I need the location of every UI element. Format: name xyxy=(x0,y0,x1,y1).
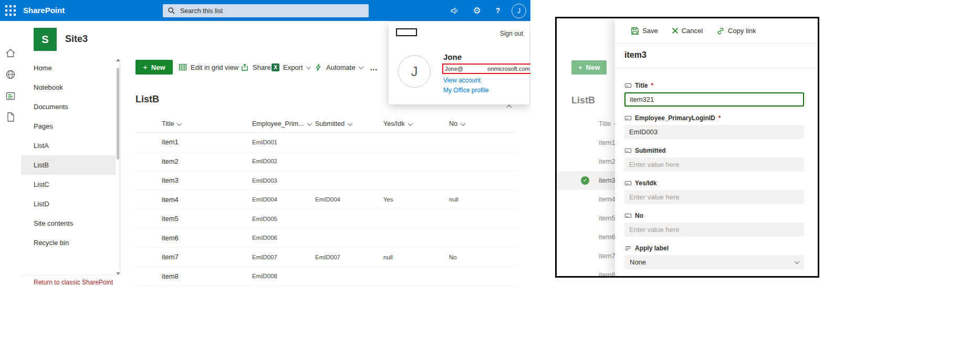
cell-title[interactable]: item5 xyxy=(135,215,252,223)
search-icon xyxy=(168,7,175,15)
field-label: No xyxy=(635,212,643,219)
account-avatar[interactable]: J xyxy=(512,4,526,18)
office-profile-link[interactable]: My Office profile xyxy=(443,87,488,94)
cell-employee: EmID006 xyxy=(252,235,315,241)
globe-icon[interactable] xyxy=(5,69,16,80)
grid-icon xyxy=(179,63,187,71)
new-button-label: New xyxy=(586,64,600,71)
email-suffix: onmicrosoft.com xyxy=(487,66,530,72)
search-input[interactable] xyxy=(179,7,349,15)
plus-icon: + xyxy=(578,64,582,71)
table-row[interactable]: item8 EmID008 xyxy=(135,267,517,287)
account-flyout: Sign out J Jone Jone@ onmicrosoft.com Vi… xyxy=(389,22,529,104)
sidebar-item-listb[interactable]: ListB xyxy=(21,155,116,175)
column-header-no[interactable]: No xyxy=(449,120,517,128)
text-field-icon xyxy=(624,212,632,219)
share-button[interactable]: Share xyxy=(241,60,271,75)
cell-title[interactable]: item4 xyxy=(135,196,252,204)
cell-title[interactable]: item2 xyxy=(135,157,252,165)
cell-submitted: EmID007 xyxy=(315,254,383,260)
cell-submitted: EmID004 xyxy=(315,196,383,203)
cell-title[interactable]: item8 xyxy=(135,272,252,280)
copy-link-button[interactable]: Copy link xyxy=(716,27,756,35)
sidebar-item-listd[interactable]: ListD xyxy=(21,194,116,214)
required-asterisk: * xyxy=(651,82,653,89)
view-account-link[interactable]: View account xyxy=(443,77,481,84)
app-launcher-waffle-icon[interactable] xyxy=(5,5,16,16)
table-row[interactable]: item3 EmID003 xyxy=(135,171,517,191)
field-no: No xyxy=(624,211,804,237)
save-button[interactable]: Save xyxy=(631,27,658,35)
sidebar-item-documents[interactable]: Documents xyxy=(21,97,116,117)
site-title[interactable]: Site3 xyxy=(65,34,88,45)
column-header-employee[interactable]: Employee_Prim... xyxy=(252,120,315,128)
automate-icon xyxy=(315,64,322,71)
column-header-submitted[interactable]: Submitted xyxy=(315,120,383,128)
chevron-down-icon xyxy=(408,121,413,126)
document-icon[interactable] xyxy=(5,111,16,123)
field-label: Apply label xyxy=(635,245,669,252)
sidebar-item-site-contents[interactable]: Site contents xyxy=(21,214,116,233)
site-logo[interactable]: S xyxy=(34,28,57,51)
sidebar-item-notebook[interactable]: Notebook xyxy=(21,78,116,97)
cell-employee: EmID001 xyxy=(252,139,315,145)
search-box[interactable] xyxy=(163,4,369,17)
sidebar-item-listc[interactable]: ListC xyxy=(21,175,116,194)
cancel-button[interactable]: Cancel xyxy=(672,27,703,35)
cell-no: No xyxy=(449,254,517,260)
screenshot-canvas: SharePoint ⚙ ? J xyxy=(0,0,980,349)
more-options-button[interactable]: … xyxy=(370,60,378,75)
help-icon[interactable]: ? xyxy=(492,4,504,17)
home-icon[interactable] xyxy=(5,47,16,59)
table-row[interactable]: item5 EmID005 xyxy=(135,209,517,229)
sign-out-link[interactable]: Sign out xyxy=(500,30,523,37)
email-redaction-box xyxy=(463,66,487,72)
lists-icon[interactable] xyxy=(5,90,16,102)
share-icon xyxy=(241,63,249,71)
cell-title[interactable]: item3 xyxy=(135,176,252,184)
list-title: ListB xyxy=(571,95,595,106)
new-button-dimmed[interactable]: + New xyxy=(571,60,607,75)
cell-title[interactable]: item6 xyxy=(135,234,252,242)
table-row[interactable]: item7 EmID007 EmID007 null No xyxy=(135,248,517,267)
submitted-input[interactable] xyxy=(624,157,804,172)
field-apply-label: Apply label None xyxy=(624,244,804,269)
employee-input[interactable] xyxy=(624,125,804,139)
table-row[interactable]: item4 EmID004 EmID004 Yes null xyxy=(135,191,517,210)
field-label: Submitted xyxy=(635,147,666,154)
column-header-title[interactable]: Title xyxy=(162,120,252,128)
column-header-yesidk[interactable]: Yes/Idk xyxy=(383,120,449,128)
automate-label: Automate xyxy=(326,64,356,71)
sidebar-item-lista[interactable]: ListA xyxy=(21,136,116,155)
automate-button[interactable]: Automate xyxy=(315,60,363,75)
apply-label-dropdown[interactable]: None xyxy=(624,255,804,269)
panel-command-bar: Save Cancel Copy link xyxy=(615,18,818,44)
nav-scrollbar[interactable] xyxy=(116,58,121,276)
chevron-down-icon xyxy=(306,64,311,69)
gear-icon[interactable]: ⚙ xyxy=(471,4,483,17)
return-classic-link[interactable]: Return to classic SharePoint xyxy=(34,279,113,286)
megaphone-icon[interactable] xyxy=(449,4,461,17)
scroll-up-arrow-icon[interactable] xyxy=(116,59,120,61)
table-row[interactable]: item2 EmID002 xyxy=(135,152,517,172)
yesidk-input[interactable] xyxy=(624,190,804,204)
close-icon xyxy=(672,27,679,34)
no-input[interactable] xyxy=(624,223,804,237)
text-field-icon xyxy=(624,82,632,89)
export-button[interactable]: X Export xyxy=(272,60,310,75)
table-row[interactable]: item6 EmID006 xyxy=(135,229,517,248)
text-field-icon xyxy=(624,179,632,187)
table-row[interactable]: item1 EmID001 xyxy=(135,133,517,152)
selected-check-icon[interactable]: ✓ xyxy=(581,176,589,185)
new-button[interactable]: + New xyxy=(135,60,173,75)
cell-title[interactable]: item1 xyxy=(135,138,252,146)
edit-grid-view-button[interactable]: Edit in grid view xyxy=(179,60,238,75)
text-field-icon xyxy=(624,114,632,122)
save-label: Save xyxy=(642,27,658,35)
cell-title[interactable]: item7 xyxy=(135,253,252,261)
sidebar-item-home[interactable]: Home xyxy=(21,58,116,78)
scrollbar-thumb[interactable] xyxy=(117,68,119,160)
sidebar-item-pages[interactable]: Pages xyxy=(21,117,116,136)
sidebar-item-recycle-bin[interactable]: Recycle bin xyxy=(21,233,116,252)
title-input[interactable] xyxy=(624,92,804,107)
